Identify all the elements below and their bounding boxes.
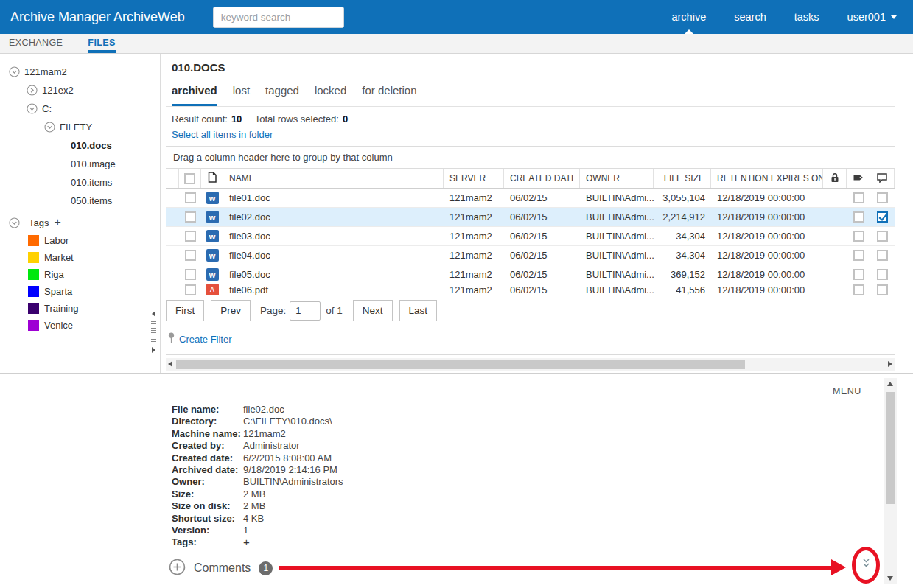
add-comment-icon[interactable] (169, 559, 186, 578)
row-select-checkbox[interactable] (185, 284, 196, 295)
page-number-input[interactable] (290, 301, 321, 321)
row-select-checkbox[interactable] (185, 250, 196, 261)
scroll-right-arrow-icon[interactable] (888, 361, 892, 367)
view-tab[interactable]: locked (315, 84, 346, 106)
row-select-checkbox[interactable] (185, 231, 196, 242)
tree-expand-icon[interactable] (9, 217, 20, 228)
collapse-right-icon[interactable] (152, 347, 155, 353)
add-tag-button[interactable]: + (54, 217, 60, 228)
view-tab[interactable]: archived (172, 84, 217, 106)
tree-expand-icon[interactable] (27, 103, 38, 114)
tag-item[interactable]: Venice (0, 317, 160, 334)
comment-checkbox[interactable] (877, 192, 888, 203)
tag-checkbox[interactable] (853, 284, 864, 295)
create-filter-link[interactable]: Create Filter (179, 334, 232, 345)
tree-expand-icon[interactable] (27, 85, 38, 96)
file-name-cell: file05.doc (223, 265, 444, 284)
comment-icon (876, 172, 888, 185)
tag-checkbox[interactable] (853, 231, 864, 242)
table-row[interactable]: file06.pdf 121mam2 06/02/15 BUILTIN\Admi… (166, 284, 895, 295)
tag-color-swatch (28, 303, 39, 314)
tree-item[interactable]: FILETY (0, 118, 160, 136)
table-row[interactable]: file02.doc 121mam2 06/02/15 BUILTIN\Admi… (166, 208, 895, 227)
scroll-down-arrow-icon[interactable] (887, 576, 893, 581)
details-vertical-scrollbar[interactable] (884, 378, 897, 584)
top-nav-item[interactable]: user001 (847, 0, 897, 34)
comment-checkbox[interactable] (877, 284, 888, 295)
top-nav-item[interactable]: search (734, 0, 766, 34)
tag-label: Market (44, 252, 74, 263)
vertical-scroll-thumb[interactable] (886, 392, 895, 504)
table-row[interactable]: file03.doc 121mam2 06/02/15 BUILTIN\Admi… (166, 227, 895, 246)
tree-expand-icon[interactable] (9, 66, 20, 77)
column-header-comment[interactable] (870, 169, 895, 188)
detail-field-row: Created by: Administrator (172, 440, 343, 452)
table-row[interactable]: file04.doc 121mam2 06/02/15 BUILTIN\Admi… (166, 246, 895, 265)
scroll-left-arrow-icon[interactable] (168, 361, 172, 367)
next-page-button[interactable]: Next (353, 300, 393, 321)
comment-checkbox[interactable] (877, 231, 888, 242)
comment-checkbox[interactable] (877, 211, 888, 223)
splitter-grip[interactable] (151, 321, 156, 342)
column-header-tag[interactable] (847, 169, 870, 188)
horizontal-scrollbar[interactable] (166, 358, 895, 371)
view-tab[interactable]: for deletion (362, 84, 416, 106)
tree-item[interactable]: 121ex2 (0, 81, 160, 99)
column-header-lock[interactable] (823, 169, 847, 188)
last-page-button[interactable]: Last (399, 300, 438, 321)
file-name-cell: file02.doc (223, 208, 444, 226)
detail-field-value[interactable]: + (243, 536, 250, 548)
collapse-left-icon[interactable] (152, 311, 155, 317)
first-page-button[interactable]: First (166, 300, 204, 321)
prev-page-button[interactable]: Prev (211, 300, 251, 321)
select-all-link[interactable]: Select all items in folder (172, 129, 273, 140)
tag-item[interactable]: Riga (0, 266, 160, 283)
view-tab[interactable]: lost (233, 84, 250, 106)
tree-item[interactable]: 050.items (0, 192, 160, 210)
column-header-file-size[interactable]: FILE SIZE (654, 169, 711, 188)
table-row[interactable]: file01.doc 121mam2 06/02/15 BUILTIN\Admi… (166, 189, 895, 208)
tree-expand-icon[interactable] (44, 122, 55, 133)
comment-checkbox[interactable] (877, 250, 888, 261)
row-select-checkbox[interactable] (185, 269, 196, 280)
scroll-up-arrow-icon[interactable] (887, 382, 893, 386)
tag-item[interactable]: Market (0, 249, 160, 266)
tag-item[interactable]: Training (0, 300, 160, 317)
row-select-checkbox[interactable] (185, 192, 196, 203)
comments-section-header[interactable]: Comments 1 (169, 559, 273, 578)
tree-item[interactable]: 121mam2 (0, 63, 160, 81)
column-header-name[interactable]: NAME (223, 169, 444, 188)
row-select-checkbox[interactable] (185, 211, 196, 223)
tag-checkbox[interactable] (853, 269, 864, 280)
module-tab[interactable]: EXCHANGE (9, 34, 63, 53)
tree-item[interactable]: 010.docs (0, 136, 160, 155)
view-tab[interactable]: tagged (265, 84, 299, 106)
tag-checkbox[interactable] (853, 211, 864, 223)
tag-checkbox[interactable] (853, 192, 864, 203)
module-tab[interactable]: FILES (88, 34, 115, 53)
row-doctype-cell (201, 208, 223, 226)
tree-item[interactable]: 010.image (0, 155, 160, 173)
tag-checkbox[interactable] (853, 250, 864, 261)
column-header-server[interactable]: SERVER (444, 169, 504, 188)
tag-label: Training (44, 303, 78, 314)
select-all-checkbox[interactable] (184, 173, 195, 184)
keyword-search-input[interactable] (213, 7, 344, 28)
tree-item[interactable]: C: (0, 99, 160, 118)
table-row[interactable]: file05.doc 121mam2 06/02/15 BUILTIN\Admi… (166, 265, 895, 284)
details-menu-button[interactable]: MENU (833, 386, 861, 396)
header-doctype-cell[interactable] (201, 169, 223, 188)
tag-cell (847, 265, 870, 284)
column-header-created-date[interactable]: CREATED DATE (504, 169, 580, 188)
comment-checkbox[interactable] (877, 269, 888, 280)
top-nav-item[interactable]: tasks (794, 0, 819, 34)
tag-item[interactable]: Labor (0, 232, 160, 249)
top-nav-item[interactable]: archive (671, 0, 706, 34)
column-header-retention[interactable]: RETENTION EXPIRES ON (711, 169, 823, 188)
sidebar-splitter[interactable] (150, 311, 157, 354)
tree-item[interactable]: 010.items (0, 173, 160, 192)
tag-item[interactable]: Sparta (0, 283, 160, 300)
horizontal-scroll-thumb[interactable] (176, 360, 745, 369)
group-by-hint-bar[interactable]: Drag a column header here to group by th… (166, 146, 895, 169)
column-header-owner[interactable]: OWNER (580, 169, 654, 188)
